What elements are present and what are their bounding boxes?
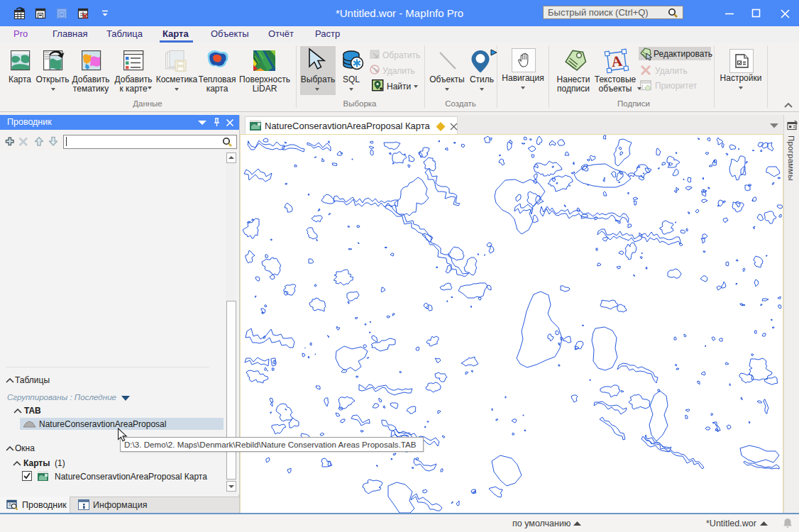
svg-text:A: A: [610, 52, 624, 71]
